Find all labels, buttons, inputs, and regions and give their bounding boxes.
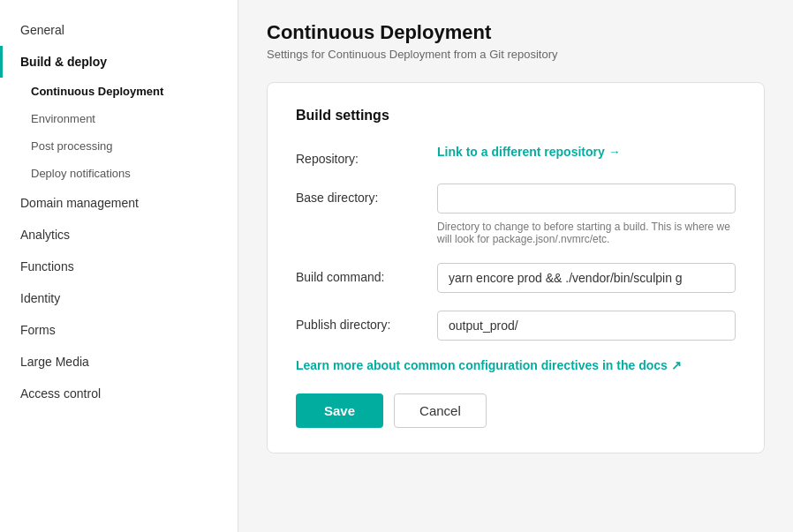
publish-directory-label: Publish directory:	[296, 311, 437, 332]
sidebar-item-general[interactable]: General	[0, 14, 238, 46]
sidebar-item-identity[interactable]: Identity	[0, 282, 238, 314]
build-command-row: Build command:	[296, 263, 736, 293]
build-command-label: Build command:	[296, 263, 437, 284]
sidebar: General Build & deploy Continuous Deploy…	[0, 0, 238, 532]
publish-directory-field	[437, 311, 736, 341]
repository-field: Link to a different repository →	[437, 145, 736, 159]
base-directory-row: Base directory: Directory to change to b…	[296, 184, 736, 245]
build-command-input[interactable]	[437, 263, 736, 293]
repository-link[interactable]: Link to a different repository →	[437, 145, 621, 159]
base-directory-hint: Directory to change to before starting a…	[437, 221, 736, 245]
button-row: Save Cancel	[296, 393, 736, 428]
card-title: Build settings	[296, 108, 736, 124]
repository-label: Repository:	[296, 145, 437, 166]
build-settings-card: Build settings Repository: Link to a dif…	[267, 82, 765, 453]
repository-row: Repository: Link to a different reposito…	[296, 145, 736, 166]
page-title: Continuous Deployment	[267, 21, 765, 44]
sidebar-subitem-post-processing[interactable]: Post processing	[0, 132, 238, 160]
base-directory-input[interactable]	[437, 184, 736, 214]
sidebar-item-domain-management[interactable]: Domain management	[0, 187, 238, 219]
sidebar-item-functions[interactable]: Functions	[0, 251, 238, 282]
cancel-button[interactable]: Cancel	[394, 393, 487, 428]
sidebar-item-build-deploy[interactable]: Build & deploy	[0, 46, 238, 78]
page-subtitle: Settings for Continuous Deployment from …	[267, 48, 765, 61]
sidebar-item-forms[interactable]: Forms	[0, 314, 238, 346]
main-content: Continuous Deployment Settings for Conti…	[238, 0, 793, 532]
save-button[interactable]: Save	[296, 393, 383, 428]
base-directory-label: Base directory:	[296, 184, 437, 205]
learn-more-link[interactable]: Learn more about common configuration di…	[296, 358, 682, 372]
build-command-field	[437, 263, 736, 293]
sidebar-item-large-media[interactable]: Large Media	[0, 346, 238, 378]
sidebar-subitem-deploy-notifications[interactable]: Deploy notifications	[0, 160, 238, 187]
base-directory-field: Directory to change to before starting a…	[437, 184, 736, 245]
sidebar-subitem-continuous-deployment[interactable]: Continuous Deployment	[0, 78, 238, 105]
sidebar-subitem-environment[interactable]: Environment	[0, 105, 238, 132]
publish-directory-row: Publish directory:	[296, 311, 736, 341]
sidebar-item-analytics[interactable]: Analytics	[0, 219, 238, 251]
publish-directory-input[interactable]	[437, 311, 736, 341]
sidebar-item-access-control[interactable]: Access control	[0, 378, 238, 409]
